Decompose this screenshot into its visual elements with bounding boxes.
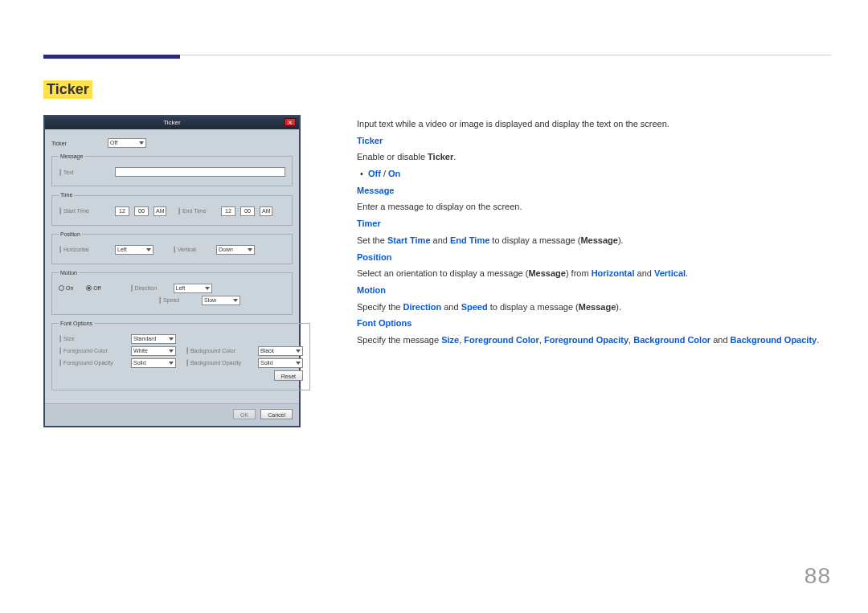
ticker-label: Ticker [51,140,103,147]
fontopts-legend: Font Options [59,320,94,327]
message-input[interactable] [115,167,285,177]
start-min-input[interactable]: 00 [134,206,149,216]
motion-legend: Motion [59,269,79,276]
size-select[interactable]: Standard [131,334,176,344]
position-group: Position ┃ Horizontal Left ┃ Vertical Do… [51,231,293,264]
motion-on-radio[interactable]: On [59,284,73,292]
doc-ticker-text: Enable or disable Ticker. [357,149,819,165]
doc-ticker-heading: Ticker [357,133,819,149]
bg-color-select[interactable]: Black [258,346,303,356]
doc-ticker-options: Off / On [357,166,819,182]
vertical-select[interactable]: Down [216,245,255,255]
size-label: ┃ Size [59,335,126,342]
doc-position-heading: Position [357,250,819,265]
message-group: Message ┃ Text [51,153,293,186]
position-legend: Position [59,231,82,238]
direction-label: ┃ Direction [130,284,169,292]
doc-fontopts-heading: Font Options [357,316,819,331]
doc-timer-text: Set the Start Time and End Time to displ… [357,233,819,248]
speed-label: ┃ Speed [158,296,197,304]
end-time-label: ┃ End Time [178,207,216,215]
close-icon[interactable]: ✕ [285,118,296,126]
time-group: Time ┃ Start Time 12 00 AM ┃ End Time 12… [51,191,293,225]
end-hour-input[interactable]: 12 [221,206,235,216]
start-ampm-input[interactable]: AM [154,206,166,216]
vertical-label: ┃ Vertical [173,246,211,253]
message-text-label: ┃ Text [59,169,110,176]
fg-opacity-label: ┃ Foreground Opacity [59,359,126,366]
doc-message-text: Enter a message to display on the screen… [357,199,819,215]
bg-color-label: ┃ Background Color [186,347,253,354]
dialog-title-text: Ticker [163,119,180,126]
doc-position-text: Select an orientation to display a messa… [357,266,819,281]
horizontal-label: ┃ Horizontal [59,246,110,253]
time-legend: Time [59,191,74,198]
motion-off-radio[interactable]: Off [86,284,100,292]
fg-opacity-select[interactable]: Solid [131,358,176,368]
start-hour-input[interactable]: 12 [115,206,129,216]
content-area: Ticker Ticker ✕ Ticker Off Message ┃ Tex… [43,80,831,427]
speed-select[interactable]: Slow [202,296,240,305]
dialog-titlebar: Ticker ✕ [45,116,299,129]
doc-column: Input text while a video or image is dis… [357,115,819,349]
horizontal-select[interactable]: Left [115,245,154,255]
direction-select[interactable]: Left [174,284,212,293]
cancel-button[interactable]: Cancel [260,409,293,419]
bg-opacity-select[interactable]: Solid [258,358,303,368]
ok-button[interactable]: OK [233,409,256,419]
page-number: 88 [805,563,831,589]
doc-motion-text: Specify the Direction and Speed to displ… [357,300,819,315]
end-min-input[interactable]: 00 [240,206,255,216]
end-ampm-input[interactable]: AM [260,206,272,216]
doc-motion-heading: Motion [357,283,819,298]
doc-fontopts-text: Specify the message Size, Foreground Col… [357,333,819,348]
ticker-dialog: Ticker ✕ Ticker Off Message ┃ Text Time [43,115,301,427]
fontopts-group: Font Options ┃ Size Standard ┃ Foregroun… [51,320,310,390]
ticker-select[interactable]: Off [108,138,146,148]
bg-opacity-label: ┃ Background Opacity [186,359,253,366]
start-time-label: ┃ Start Time [59,207,110,215]
doc-timer-heading: Timer [357,216,819,231]
accent-bar [43,55,180,59]
reset-button[interactable]: Reset [274,370,303,381]
motion-group: Motion On Off ┃ Direction Left ┃ Speed S… [51,269,293,315]
fg-color-select[interactable]: White [131,346,176,356]
message-legend: Message [59,153,84,160]
doc-message-heading: Message [357,183,819,198]
section-title: Ticker [43,80,92,99]
doc-intro: Input text while a video or image is dis… [357,116,819,132]
fg-color-label: ┃ Foreground Color [59,347,126,354]
